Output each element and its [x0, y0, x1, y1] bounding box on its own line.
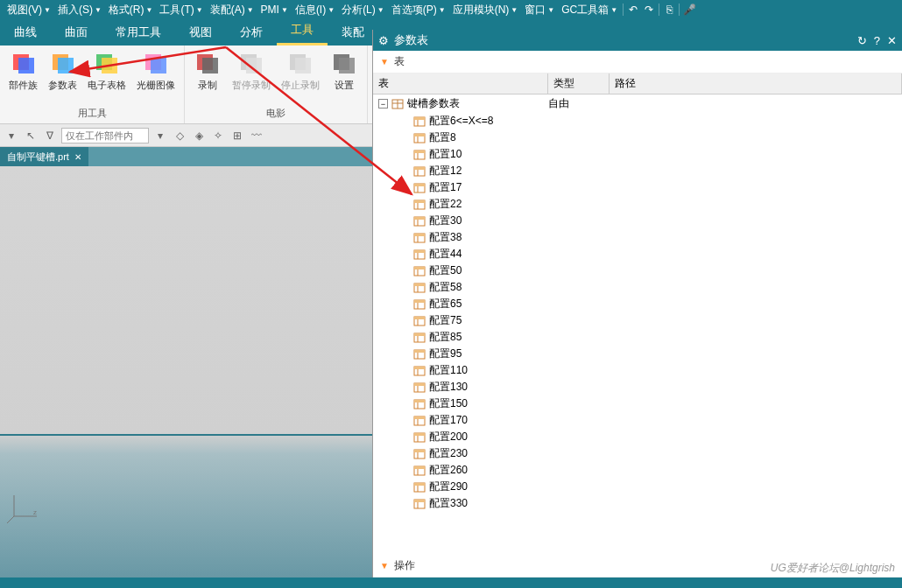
- config-row[interactable]: 配置38: [373, 229, 902, 246]
- config-row[interactable]: 配置44: [373, 246, 902, 262]
- ribbon-tab[interactable]: 常用工具: [102, 19, 175, 46]
- config-row[interactable]: 配置290: [373, 479, 902, 495]
- menu-item[interactable]: 信息(I)▼: [292, 3, 338, 18]
- section-header-table[interactable]: ▼ 表: [373, 51, 902, 74]
- ribbon-button[interactable]: 录制: [188, 47, 227, 94]
- menu-item[interactable]: GC工具箱▼: [558, 3, 621, 18]
- help-icon[interactable]: ?: [874, 34, 880, 47]
- config-icon: [413, 149, 426, 161]
- column-header-name[interactable]: 表: [373, 74, 548, 94]
- menu-item[interactable]: 应用模块(N)▼: [449, 3, 522, 18]
- copy-icon[interactable]: ⎘: [661, 2, 677, 18]
- svg-rect-1: [18, 58, 34, 74]
- config-label: 配置58: [429, 280, 462, 295]
- grid-icon[interactable]: ⊞: [229, 128, 245, 144]
- svg-rect-3: [58, 58, 74, 74]
- redo-icon[interactable]: ↷: [641, 2, 657, 18]
- svg-rect-95: [414, 500, 425, 502]
- ribbon-button: 停止录制: [276, 47, 325, 94]
- config-row[interactable]: 配置75: [373, 312, 902, 329]
- config-row[interactable]: 配置330: [373, 495, 902, 512]
- tree-root-row[interactable]: − 键槽参数表 自由: [373, 94, 902, 113]
- plus-icon[interactable]: ✧: [210, 128, 226, 144]
- config-row[interactable]: 配置85: [373, 329, 902, 346]
- config-row[interactable]: 配置8: [373, 130, 902, 146]
- config-row[interactable]: 配置65: [373, 296, 902, 312]
- tree-root-type: 自由: [548, 96, 569, 111]
- close-icon[interactable]: ✕: [74, 152, 81, 162]
- ribbon-button[interactable]: 部件族: [4, 47, 43, 94]
- menu-item[interactable]: 窗口▼: [521, 3, 558, 18]
- chevron-down-icon: ▼: [610, 6, 617, 14]
- parameter-table-panel: ⚙ 参数表 ↻ ? ✕ ▼ 表 表 类型 路径 − 键槽参数表 自由 配置6<=…: [372, 30, 902, 578]
- config-label: 配置110: [429, 363, 468, 378]
- ribbon-button[interactable]: 参数表: [43, 47, 82, 94]
- menu-item[interactable]: 格式(R)▼: [105, 3, 157, 18]
- curve-icon[interactable]: 〰: [249, 128, 264, 144]
- shape-icon[interactable]: ◇: [172, 128, 187, 144]
- menu-item[interactable]: 视图(V)▼: [4, 3, 54, 18]
- ribbon-tab[interactable]: 分析: [226, 19, 277, 46]
- svg-rect-71: [414, 367, 425, 369]
- ribbon-button[interactable]: 光栅图像: [131, 47, 180, 94]
- column-header-path[interactable]: 路径: [610, 74, 902, 94]
- column-header-type[interactable]: 类型: [548, 74, 610, 94]
- svg-rect-5: [102, 58, 117, 74]
- config-icon: [413, 298, 426, 311]
- close-icon[interactable]: ✕: [887, 34, 897, 47]
- ribbon-tab[interactable]: 曲线: [0, 19, 51, 46]
- menu-item[interactable]: PMI▼: [257, 4, 292, 16]
- axis-triad: z: [7, 488, 42, 525]
- 设置-icon: [330, 49, 358, 77]
- menu-item[interactable]: 分析(L)▼: [338, 3, 388, 18]
- config-icon: [413, 431, 426, 444]
- ribbon-tab[interactable]: 工具: [277, 17, 328, 46]
- config-row[interactable]: 配置170: [373, 412, 902, 429]
- config-label: 配置10: [429, 147, 462, 162]
- ribbon-tab[interactable]: 曲面: [51, 19, 102, 46]
- svg-text:z: z: [33, 508, 37, 516]
- config-row[interactable]: 配置6<=X<=8: [373, 113, 902, 130]
- ribbon-tab[interactable]: 装配: [328, 19, 378, 46]
- search-input[interactable]: [61, 128, 149, 144]
- config-row[interactable]: 配置130: [373, 379, 902, 396]
- config-row[interactable]: 配置150: [373, 396, 902, 412]
- collapse-icon[interactable]: −: [378, 99, 388, 108]
- config-row[interactable]: 配置260: [373, 462, 902, 479]
- config-row[interactable]: 配置30: [373, 213, 902, 229]
- menu-item[interactable]: 装配(A)▼: [207, 3, 257, 18]
- config-row[interactable]: 配置17: [373, 179, 902, 196]
- ribbon-button[interactable]: 设置: [325, 47, 363, 94]
- ribbon-button[interactable]: 电子表格: [82, 47, 131, 94]
- dropdown-icon[interactable]: ▾: [4, 128, 19, 144]
- config-row[interactable]: 配置110: [373, 362, 902, 379]
- config-row[interactable]: 配置58: [373, 279, 902, 296]
- svg-rect-77: [414, 400, 425, 402]
- ribbon-tab[interactable]: 视图: [175, 19, 226, 46]
- menu-item[interactable]: 插入(S)▼: [54, 3, 105, 18]
- menu-item[interactable]: 工具(T)▼: [156, 3, 206, 18]
- file-tab[interactable]: 自制平键槽.prt ✕: [0, 147, 88, 166]
- ribbon-group-label: 电影: [266, 105, 285, 122]
- dropdown-icon[interactable]: ▾: [152, 128, 168, 144]
- config-row[interactable]: 配置10: [373, 146, 902, 163]
- menu-item[interactable]: 首选项(P)▼: [388, 3, 449, 18]
- config-row[interactable]: 配置95: [373, 346, 902, 362]
- refresh-icon[interactable]: ↻: [857, 34, 867, 47]
- mic-icon[interactable]: 🎤: [681, 2, 697, 18]
- svg-rect-11: [246, 58, 262, 74]
- gear-icon[interactable]: ⚙: [378, 34, 389, 47]
- grid-body[interactable]: − 键槽参数表 自由 配置6<=X<=8配置8配置10配置12配置17配置22配…: [373, 94, 902, 555]
- config-label: 配置170: [429, 413, 468, 428]
- filter-icon[interactable]: ∇: [42, 128, 58, 144]
- config-row[interactable]: 配置230: [373, 445, 902, 462]
- shape-icon[interactable]: ◈: [191, 128, 207, 144]
- config-row[interactable]: 配置200: [373, 429, 902, 445]
- cursor-icon[interactable]: ↖: [23, 128, 39, 144]
- undo-icon[interactable]: ↶: [625, 2, 641, 18]
- config-label: 配置330: [429, 496, 468, 511]
- viewport[interactable]: z: [0, 166, 372, 578]
- config-row[interactable]: 配置12: [373, 163, 902, 179]
- config-row[interactable]: 配置50: [373, 262, 902, 279]
- config-row[interactable]: 配置22: [373, 196, 902, 213]
